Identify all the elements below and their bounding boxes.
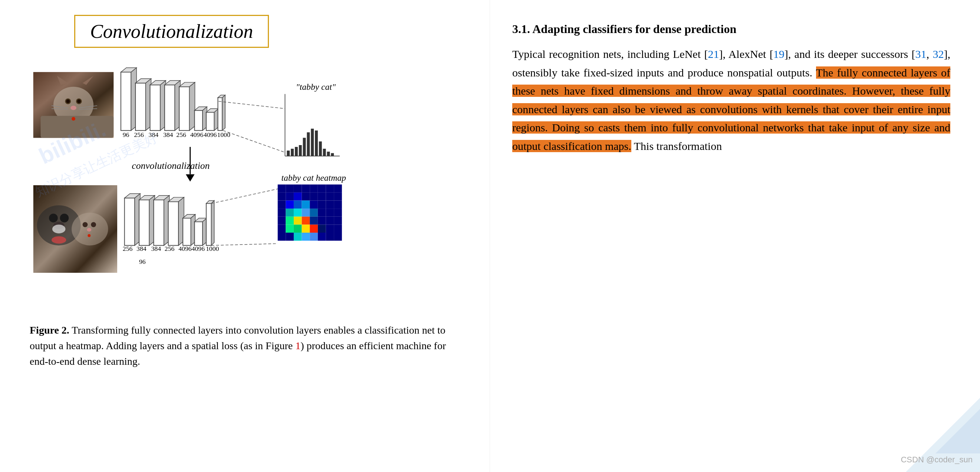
svg-rect-165: [318, 233, 326, 241]
svg-rect-160: [278, 233, 286, 241]
svg-text:4096: 4096: [190, 131, 204, 139]
svg-rect-115: [302, 184, 310, 193]
svg-rect-143: [334, 209, 342, 217]
svg-rect-129: [286, 200, 294, 209]
svg-rect-131: [302, 200, 310, 209]
svg-rect-127: [334, 193, 342, 201]
svg-rect-54: [295, 147, 298, 156]
svg-rect-164: [310, 233, 318, 241]
svg-marker-30: [189, 82, 195, 131]
svg-rect-137: [286, 209, 294, 217]
svg-rect-139: [302, 209, 310, 217]
svg-rect-128: [278, 200, 286, 209]
svg-point-73: [52, 225, 65, 233]
after-ref1: ], AlexNet [: [719, 48, 773, 60]
svg-rect-145: [286, 217, 294, 225]
ref3[interactable]: 31: [915, 48, 927, 60]
right-panel: 3.1. Adapting classifiers for dense pred…: [490, 0, 980, 472]
svg-point-15: [72, 117, 75, 121]
after-highlight: This transformation: [631, 140, 722, 152]
svg-text:convolutionalization: convolutionalization: [132, 160, 210, 171]
ref4[interactable]: 32: [933, 48, 944, 60]
diagram-svg: 96 256 384 384 256 4096 4096 1000: [30, 63, 468, 315]
svg-rect-126: [326, 193, 334, 201]
title-box: Convolutionalization: [74, 15, 269, 48]
svg-rect-166: [326, 233, 334, 241]
svg-rect-123: [302, 193, 310, 201]
svg-rect-162: [294, 233, 302, 241]
caption-ref: 1: [295, 340, 301, 351]
svg-rect-19: [135, 83, 146, 131]
svg-point-77: [87, 228, 91, 231]
svg-rect-141: [318, 209, 326, 217]
svg-text:4096: 4096: [192, 245, 205, 252]
svg-text:4096: 4096: [178, 245, 192, 252]
svg-rect-112: [278, 184, 286, 193]
svg-marker-169: [935, 409, 980, 453]
svg-rect-83: [139, 200, 150, 246]
body-text: Typical recognition nets, including LeNe…: [512, 45, 950, 155]
svg-rect-25: [165, 85, 175, 131]
highlighted-text: The fully connected layers of these nets…: [512, 66, 950, 152]
svg-rect-124: [310, 193, 318, 201]
svg-point-70: [49, 214, 58, 223]
ref1[interactable]: 21: [708, 48, 719, 60]
svg-marker-100: [212, 200, 215, 245]
left-panel: Convolutionalization bilibili. 知识分享让生活更美…: [0, 0, 490, 472]
svg-rect-56: [303, 138, 306, 156]
svg-rect-116: [310, 184, 318, 193]
svg-rect-119: [334, 184, 342, 193]
svg-text:384: 384: [151, 245, 161, 252]
svg-rect-53: [291, 149, 294, 156]
svg-rect-57: [307, 132, 310, 156]
svg-rect-159: [334, 225, 342, 233]
svg-point-76: [91, 222, 96, 227]
svg-rect-22: [150, 85, 161, 131]
svg-line-109: [212, 189, 278, 203]
svg-rect-153: [286, 225, 294, 233]
svg-rect-59: [315, 131, 318, 156]
comma: ,: [927, 48, 933, 60]
page-container: Convolutionalization bilibili. 知识分享让生活更美…: [0, 0, 980, 472]
svg-text:1000: 1000: [206, 245, 219, 252]
svg-line-49: [223, 131, 285, 153]
svg-rect-34: [206, 112, 215, 131]
diagram-area: 96 256 384 384 256 4096 4096 1000: [30, 63, 468, 315]
svg-rect-152: [278, 225, 286, 233]
svg-point-6: [77, 99, 81, 103]
svg-rect-125: [318, 193, 326, 201]
svg-text:256: 256: [176, 131, 186, 139]
svg-marker-39: [222, 95, 225, 130]
svg-text:384: 384: [137, 245, 146, 252]
svg-text:"tabby cat": "tabby cat": [296, 82, 336, 92]
svg-rect-157: [318, 225, 326, 233]
svg-rect-144: [278, 217, 286, 225]
svg-rect-136: [278, 209, 286, 217]
svg-rect-146: [294, 217, 302, 225]
svg-rect-28: [179, 87, 189, 131]
svg-rect-63: [331, 153, 334, 156]
text-before-ref1: Typical recognition nets, including LeNe…: [512, 48, 708, 60]
svg-text:256: 256: [123, 245, 133, 252]
svg-point-75: [83, 222, 88, 227]
svg-text:256: 256: [165, 245, 175, 252]
svg-text:96: 96: [123, 131, 129, 139]
svg-rect-89: [169, 201, 179, 245]
svg-rect-14: [41, 116, 114, 138]
svg-rect-120: [278, 193, 286, 201]
csdn-watermark: CSDN @coder_sun: [900, 455, 972, 465]
svg-point-5: [66, 99, 70, 103]
svg-rect-156: [310, 225, 318, 233]
svg-rect-122: [294, 193, 302, 201]
svg-rect-130: [294, 200, 302, 209]
svg-rect-31: [194, 111, 202, 131]
svg-rect-118: [326, 184, 334, 193]
svg-rect-142: [326, 209, 334, 217]
svg-point-79: [52, 236, 66, 244]
ref2[interactable]: 19: [773, 48, 784, 60]
svg-rect-135: [334, 200, 342, 209]
svg-rect-117: [318, 184, 326, 193]
svg-rect-134: [326, 200, 334, 209]
svg-rect-163: [302, 233, 310, 241]
svg-rect-147: [302, 217, 310, 225]
